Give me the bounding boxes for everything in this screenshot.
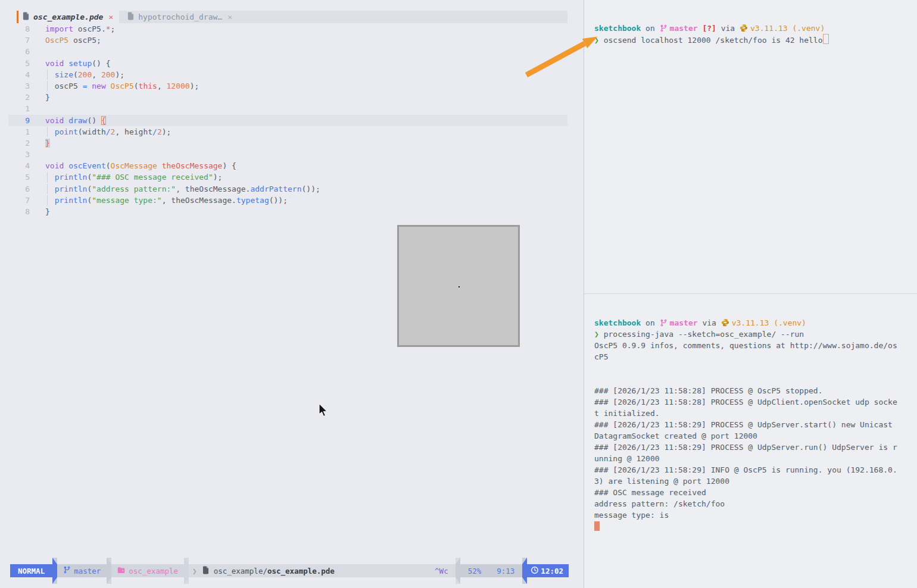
line-number: 4 (8, 160, 30, 171)
code-line[interactable]: 2} (8, 137, 567, 149)
token: (.venv) (773, 318, 806, 327)
clock-icon (531, 566, 539, 576)
code-line[interactable]: 1 point(width/2, height/2); (8, 126, 567, 137)
token: () { (92, 59, 110, 68)
terminal-top[interactable]: sketchbook on master [?] via v3.11.13 (.… (594, 23, 829, 45)
tab-close-icon[interactable]: × (227, 12, 232, 21)
statusbar: NORMAL master osc_example ❯ osc_example/… (10, 564, 569, 577)
code-line[interactable]: 3 (8, 149, 567, 160)
token: ); (162, 127, 171, 136)
token: ; (111, 24, 116, 33)
file-icon (127, 12, 134, 22)
code-text: println("### OSC message received"); (45, 171, 222, 183)
code-line[interactable]: 3 oscP5 = new OscP5(this, 12000); (8, 80, 567, 92)
token: processing-java --sketch=osc_example/ --… (599, 330, 804, 339)
code-line[interactable]: 8} (8, 206, 567, 217)
powerline-separator (522, 558, 527, 584)
statusbar-keymap: ^Wc (428, 567, 456, 576)
token: this (139, 82, 157, 90)
file-icon (202, 566, 209, 576)
tab-hypotrochoid-draw[interactable]: hypotrochoid_draw… × (119, 12, 238, 22)
tab-osc-example[interactable]: osc_example.pde × (17, 11, 119, 23)
token: ### [2026/1/23 11:58:29] PROCESS @ UdpSe… (594, 420, 893, 429)
line-number: 5 (8, 171, 30, 183)
code-text: void draw() { (45, 115, 106, 126)
token (45, 70, 55, 79)
line-number: 3 (8, 149, 30, 160)
code-text: } (45, 137, 50, 149)
terminal-line (594, 521, 897, 532)
token: cP5 (594, 352, 608, 361)
token: println (55, 173, 88, 182)
terminal-line: ### [2026/1/23 11:58:28] PROCESS @ UdpCl… (594, 396, 897, 408)
token: ); (115, 70, 124, 79)
statusbar-clock: 12:02 (527, 564, 569, 577)
token: via (716, 24, 740, 33)
code-line[interactable]: 1 (8, 103, 567, 114)
token: (.venv) (792, 24, 825, 33)
statusbar-position: 52% 9:13 (460, 564, 523, 577)
token: 12000 (167, 82, 190, 90)
terminal-line: ### [2026/1/23 11:58:29] INFO @ OscP5 is… (594, 464, 897, 476)
token (64, 161, 68, 170)
token: / (152, 127, 157, 136)
terminal-line: ### [2026/1/23 11:58:28] PROCESS @ OscP5… (594, 385, 897, 396)
line-number: 1 (8, 103, 30, 114)
token: () (87, 116, 101, 125)
token: sketchbook (594, 318, 641, 327)
token (45, 173, 55, 182)
code-text: import oscP5.*; (45, 23, 115, 35)
powerline-separator (184, 558, 189, 584)
terminal-line: t initialized. (594, 408, 897, 419)
token: } (45, 207, 50, 216)
token: ( (106, 161, 111, 170)
powerline-separator (52, 558, 57, 584)
token: 200 (78, 70, 92, 79)
token: draw (68, 116, 87, 125)
token: address pattern: /sketch/foo (594, 499, 725, 508)
code-line[interactable]: 5 println("### OSC message received"); (8, 171, 567, 183)
token: master (670, 24, 698, 33)
terminal-line: sketchbook on master [?] via v3.11.13 (.… (594, 23, 829, 34)
token: OscMessage (111, 161, 157, 170)
token: oscsend localhost 12000 /sketch/foo is 4… (599, 36, 823, 45)
token (45, 184, 55, 193)
code-line[interactable]: 7OscP5 oscP5; (8, 35, 567, 46)
scroll-percent: 52% (468, 567, 482, 576)
code-line[interactable]: 8import oscP5.*; (8, 23, 567, 35)
token: } (45, 93, 50, 102)
tab-close-icon[interactable]: × (108, 12, 113, 21)
line-number: 9 (8, 115, 30, 126)
line-number: 6 (8, 183, 30, 195)
token: new (92, 82, 105, 90)
token: "address pattern:" (92, 184, 176, 193)
token (64, 116, 68, 125)
code-line[interactable]: 6 println("address pattern:", theOscMess… (8, 183, 567, 195)
token: ### [2026/1/23 11:58:29] PROCESS @ UdpSe… (594, 443, 897, 452)
code-line[interactable]: 6 (8, 46, 567, 57)
terminal-cursor: { (101, 116, 106, 125)
code-line[interactable]: 9void draw() { (8, 115, 567, 126)
terminal-line: cP5 (594, 351, 897, 362)
token: theOscMessage (162, 161, 223, 170)
code-line[interactable]: 4void oscEvent(OscMessage theOscMessage)… (8, 160, 567, 171)
code-line[interactable]: 4 size(200, 200); (8, 69, 567, 80)
token: ( (134, 82, 139, 90)
code-area[interactable]: 8import oscP5.*;7OscP5 oscP5;65void setu… (8, 23, 567, 217)
terminal-split-divider[interactable] (584, 293, 917, 294)
token: on (641, 318, 659, 327)
terminal-bottom[interactable]: sketchbook on master via v3.11.13 (.venv… (594, 317, 897, 532)
token: t initialized. (594, 409, 660, 418)
statusbar-git-branch: master (57, 564, 107, 577)
code-line[interactable]: 5void setup() { (8, 58, 567, 69)
code-text: oscP5 = new OscP5(this, 12000); (45, 80, 199, 92)
token: ); (213, 173, 223, 182)
terminal-pane[interactable]: sketchbook on master [?] via v3.11.13 (.… (584, 0, 917, 588)
file-icon (23, 12, 29, 22)
token: addrPattern (250, 184, 301, 193)
code-line[interactable]: 2} (8, 92, 567, 103)
token: ❯ (594, 330, 599, 339)
line-number: 3 (8, 80, 30, 92)
code-line[interactable]: 7 println("message type:", theOscMessage… (8, 195, 567, 206)
line-number: 2 (8, 92, 30, 103)
